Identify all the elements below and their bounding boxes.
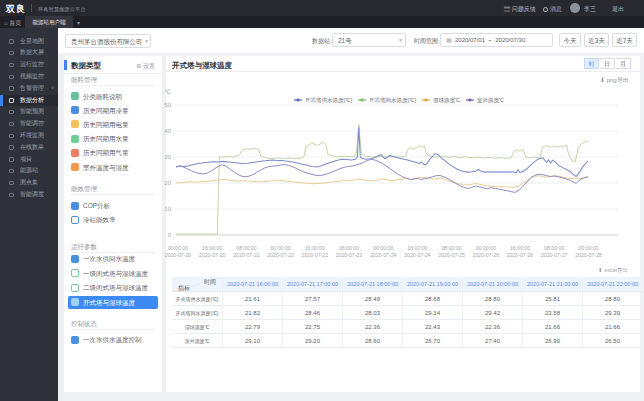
svg-text:时间: 时间 [204,279,216,286]
svg-text:指标: 指标 [177,285,190,292]
